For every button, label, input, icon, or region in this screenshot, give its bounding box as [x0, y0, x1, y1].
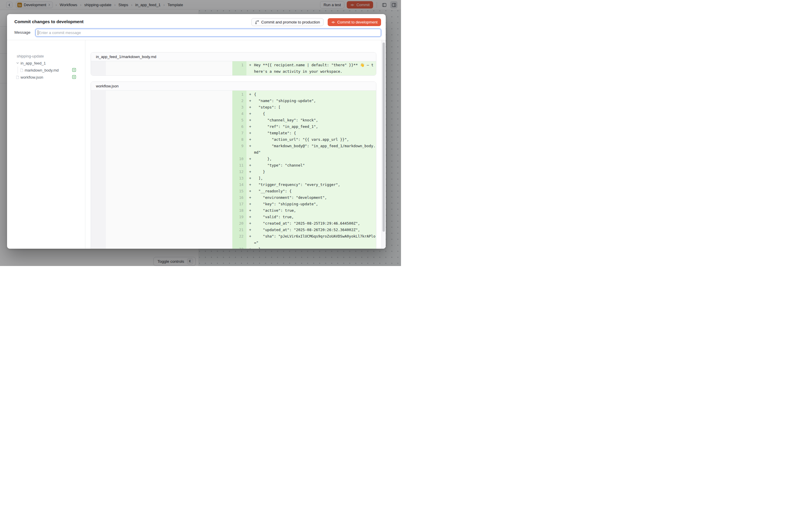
- tree-folder-in-app-feed[interactable]: in_app_feed_1: [16, 59, 85, 66]
- diff-added-line: + "action_url": "{{ vars.app_url }}",: [246, 136, 376, 143]
- diff-line-number: 10: [232, 156, 246, 162]
- diff-added-badge: [72, 68, 76, 72]
- diff-line-number: 8: [232, 136, 246, 143]
- file-icon: [16, 75, 19, 79]
- diff-list: in_app_feed_1/markdown_body.md 1+Hey **{…: [86, 40, 386, 249]
- diff-line-number: 3: [232, 104, 246, 111]
- diff-panel-workflow-json: workflow.json 1+{2+ "name": "shipping-up…: [91, 81, 376, 249]
- diff-added-line: + }: [246, 169, 376, 175]
- diff-line-number: 19: [232, 214, 246, 220]
- chevron-down-icon: [16, 61, 19, 65]
- diff-line-number: 16: [232, 194, 246, 201]
- diff-line-number: 22: [232, 233, 246, 246]
- diff-added-line: + "environment": "development",: [246, 194, 376, 201]
- commit-message-input[interactable]: [36, 29, 381, 37]
- diff-added-line: + "key": "shipping-update",: [246, 201, 376, 207]
- tree-file-workflow-json[interactable]: workflow.json: [16, 74, 85, 81]
- diff-added-line: + "__readonly": {: [246, 188, 376, 194]
- diff-content: 1+{2+ "name": "shipping-update",3+ "step…: [91, 91, 376, 249]
- tree-file-markdown-body[interactable]: markdown_body.md: [20, 66, 85, 74]
- diff-added-line: + "channel_key": "knock",: [246, 117, 376, 124]
- diff-content: 1+Hey **{{ recipient.name | default: "th…: [91, 61, 376, 75]
- modal-title: Commit changes to development: [14, 19, 83, 24]
- diff-line-number: 14: [232, 182, 246, 188]
- diff-line-number: 20: [232, 220, 246, 227]
- diff-added-line: + "steps": [: [246, 104, 376, 111]
- diff-added-line: + "sha": "pJeLVir6xIlUCMGqs9qroZoUAVDSwA…: [246, 233, 376, 246]
- diff-added-line: + "valid": true,: [246, 214, 376, 220]
- tree-root-workflow: shipping-update: [16, 53, 85, 59]
- diff-added-line: + "markdown_body@": "in_app_feed_1/markd…: [246, 143, 376, 156]
- diff-line-number: 7: [232, 130, 246, 136]
- diff-added-line: + "trigger_frequency": "every_trigger",: [246, 182, 376, 188]
- commit-modal-header: Commit changes to development Commit and…: [7, 14, 386, 40]
- diff-added-line: + "updated_at": "2025-08-26T20:26:52.364…: [246, 227, 376, 233]
- diff-line-number: 21: [232, 227, 246, 233]
- diff-file-title: in_app_feed_1/markdown_body.md: [91, 53, 376, 61]
- diff-line-number: 11: [232, 162, 246, 169]
- diff-added-line: + "template": {: [246, 130, 376, 136]
- diff-added-line: + ],: [246, 175, 376, 182]
- modal-scrollbar[interactable]: [381, 40, 386, 249]
- diff-panel-markdown-body: in_app_feed_1/markdown_body.md 1+Hey **{…: [91, 52, 376, 76]
- diff-added-line: + "type": "channel": [246, 162, 376, 169]
- diff-line-number: 15: [232, 188, 246, 194]
- file-icon: [20, 68, 23, 72]
- diff-line-number: 2: [232, 98, 246, 104]
- diff-added-line: + "created_at": "2025-08-25T19:29:46.644…: [246, 220, 376, 227]
- diff-line-number: 17: [232, 201, 246, 207]
- diff-added-line: + },: [246, 156, 376, 162]
- commit-icon: [331, 20, 335, 24]
- diff-added-line: + }: [246, 246, 376, 249]
- diff-line-number: 12: [232, 169, 246, 175]
- diff-line-number: 5: [232, 117, 246, 124]
- commit-and-promote-button[interactable]: Commit and promote to production: [251, 18, 323, 26]
- diff-line-number: 4: [232, 111, 246, 117]
- diff-line-number: 6: [232, 124, 246, 130]
- message-label: Message: [14, 30, 31, 35]
- git-branch-icon: [255, 20, 259, 24]
- diff-added-line: + "active": true,: [246, 207, 376, 214]
- scrollbar-thumb[interactable]: [383, 42, 385, 232]
- diff-line-number: 1: [232, 62, 246, 75]
- commit-modal: Commit changes to development Commit and…: [7, 14, 386, 249]
- diff-added-line: +{: [246, 91, 376, 98]
- diff-added-badge: [72, 75, 76, 79]
- diff-line-number: 9: [232, 143, 246, 156]
- changed-files-tree: shipping-update in_app_feed_1 markdown_b…: [7, 40, 85, 249]
- diff-added-line: +Hey **{{ recipient.name | default: "the…: [246, 62, 376, 75]
- diff-added-line: + {: [246, 111, 376, 117]
- diff-line-number: 23: [232, 246, 246, 249]
- diff-line-number: 1: [232, 91, 246, 98]
- text-caret: [38, 30, 38, 35]
- commit-to-development-button[interactable]: Commit to development: [328, 18, 381, 26]
- diff-added-line: + "ref": "in_app_feed_1",: [246, 124, 376, 130]
- diff-file-title: workflow.json: [91, 82, 376, 91]
- diff-line-number: 18: [232, 207, 246, 214]
- diff-added-line: + "name": "shipping-update",: [246, 98, 376, 104]
- diff-line-number: 13: [232, 175, 246, 182]
